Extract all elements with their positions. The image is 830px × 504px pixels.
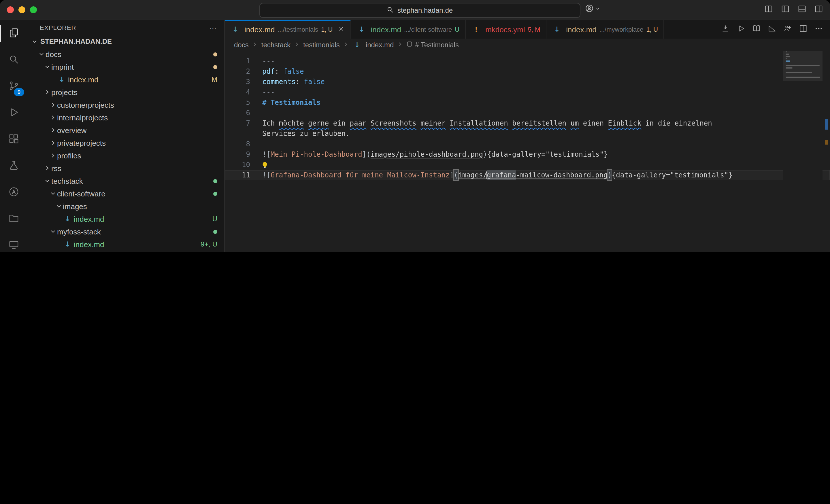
tree-folder-privateprojects[interactable]: privateprojects [28, 136, 224, 149]
toggle-primary-sidebar-icon[interactable] [781, 5, 790, 15]
tree-item-label: overview [57, 126, 87, 134]
line-number: 10 [225, 160, 250, 170]
close-window-button[interactable] [7, 6, 14, 13]
yaml-file-icon: ! [472, 26, 481, 33]
tab-description: .../myworkplace [600, 26, 643, 33]
breadcrumb-item[interactable]: # Testimonials [406, 41, 459, 49]
git-change-dot [213, 192, 217, 196]
code-token: um [571, 118, 579, 129]
markdown-icon: ↓ [358, 25, 364, 33]
code-token: comments [262, 77, 296, 87]
activity-bar-item-run-and-debug[interactable] [0, 100, 28, 126]
explorer-icon [8, 27, 20, 40]
views-more-actions-icon[interactable]: ⋯ [209, 23, 217, 32]
warning-marker [825, 140, 828, 144]
tree-folder-client-software[interactable]: client-software [28, 187, 224, 200]
code-token: Mein Pi-hole-Dashboard [270, 149, 362, 160]
tree-folder-techstack[interactable]: techstack [28, 174, 224, 187]
minimize-window-button[interactable] [19, 6, 25, 13]
editor-tab-index.md[interactable]: ↓index.md.../testimonials1, U [225, 20, 351, 39]
git-status-badge: 9+, U [200, 240, 217, 248]
breadcrumb-item[interactable]: docs [234, 41, 249, 49]
close-tab-icon[interactable] [338, 25, 345, 34]
minimap[interactable] [783, 51, 823, 252]
chevron-down-icon [37, 51, 45, 58]
tree-item-decorations: M [212, 75, 224, 83]
tree-file-index.md[interactable]: ↓index.mdM [28, 73, 224, 86]
tree-folder-myfoss-stack[interactable]: myfoss-stack [28, 225, 224, 238]
code-line[interactable]: 10 [225, 160, 830, 170]
code-line[interactable]: 6 [225, 108, 830, 118]
editor-tab-mkdocs.yml[interactable]: !mkdocs.yml5, M [466, 20, 546, 39]
activity-bar-item-testing[interactable] [0, 153, 28, 179]
tree-folder-docs[interactable]: docs [28, 48, 224, 61]
code-token: images/pihole-dashboard.png [371, 149, 483, 160]
customize-layout-icon[interactable] [764, 5, 773, 15]
code-line[interactable]: 2pdf: false [225, 66, 830, 77]
open-preview-icon[interactable] [752, 24, 761, 35]
line-number: 2 [225, 66, 250, 77]
markdown-icon: ↓ [354, 41, 360, 49]
toggle-secondary-sidebar-icon[interactable] [815, 5, 823, 15]
code-line[interactable]: Services zu erlauben. [225, 129, 830, 139]
breadcrumb-item[interactable]: ↓index.md [352, 41, 394, 49]
split-editor-icon[interactable] [799, 24, 807, 35]
activity-bar-item-extensions[interactable] [0, 126, 28, 153]
editor[interactable]: 1---2pdf: false3comments: false4---5# Te… [225, 51, 830, 252]
export-icon[interactable] [721, 24, 730, 35]
current-code-line[interactable]: 11![Grafana-Dashboard für meine Mailcow-… [225, 170, 830, 180]
tree-folder-internalprojects[interactable]: internalprojects [28, 111, 224, 124]
live-share-icon[interactable] [783, 24, 792, 35]
code-line[interactable]: 7Ich möchte gerne ein paar Screenshots m… [225, 118, 830, 129]
zoom-window-button[interactable] [30, 6, 37, 13]
code-line[interactable]: 1--- [225, 56, 830, 66]
tree-folder-myworkplace[interactable]: myworkplace [28, 250, 224, 252]
tree-folder-projects[interactable]: projects [28, 86, 224, 99]
tree-folder-profiles[interactable]: profiles [28, 149, 224, 162]
breadcrumb-item[interactable]: testimonials [303, 41, 340, 49]
run-preview-icon[interactable] [737, 24, 745, 35]
editor-tab-index.md[interactable]: ↓index.md.../client-softwareU [351, 20, 466, 39]
git-change-dot [213, 65, 217, 69]
activity-bar-item-source-control[interactable]: 9 [0, 73, 28, 100]
line-content: pdf: false [250, 66, 304, 77]
tree-folder-overview[interactable]: overview [28, 124, 224, 136]
code-line[interactable]: 3comments: false [225, 77, 830, 87]
breadcrumb-label: testimonials [303, 41, 340, 49]
activity-bar-item-project-manager[interactable] [0, 206, 28, 232]
editor-tab-index.md[interactable]: ↓index.md.../myworkplace1, U [546, 20, 664, 39]
toggle-panel-icon[interactable] [798, 5, 806, 15]
code-line[interactable]: 4--- [225, 87, 830, 97]
command-center[interactable]: stephan.hadan.de [259, 3, 580, 18]
tree-file-index.md[interactable]: ↓index.md9+, U [28, 238, 224, 250]
breadcrumb: docstechstacktestimonials↓index.md# Test… [225, 39, 830, 51]
tree-folder-rss[interactable]: rss [28, 162, 224, 174]
code-line[interactable]: 8 [225, 139, 830, 149]
breadcrumb-item[interactable]: techstack [261, 41, 290, 49]
code-token: grafana [487, 170, 516, 180]
tree-folder-images[interactable]: images [28, 200, 224, 212]
code-token: false [304, 77, 325, 87]
workspace-root-folder[interactable]: STEPHAN.HADAN.DE [28, 35, 224, 48]
activity-bar-item-remote-explorer[interactable] [0, 232, 28, 252]
activity-bar-item-explorer[interactable] [0, 20, 28, 47]
code-line[interactable]: 5# Testimonials [225, 97, 830, 108]
minimap-slider[interactable] [783, 51, 823, 81]
line-content: # Testimonials [250, 97, 320, 108]
marp-icon[interactable] [768, 24, 776, 35]
lightbulb-icon[interactable] [261, 161, 268, 168]
activity-bar-item-search[interactable] [0, 47, 28, 73]
code-token: {data-gallery="testimonials"} [612, 170, 733, 180]
tree-file-index.md[interactable]: ↓index.mdU [28, 212, 224, 225]
yaml-icon: ! [475, 26, 477, 33]
code-token: : [275, 66, 283, 77]
activity-bar-item-annotator[interactable] [0, 179, 28, 206]
profile-menu[interactable] [585, 4, 601, 13]
line-number: 4 [225, 87, 250, 97]
code-token: paar [350, 118, 366, 129]
tree-item-label: rss [51, 164, 61, 172]
tree-folder-imprint[interactable]: imprint [28, 61, 224, 73]
tree-folder-customerprojects[interactable]: customerprojects [28, 99, 224, 111]
code-line[interactable]: 9![Mein Pi-hole-Dashboard](images/pihole… [225, 149, 830, 160]
more-actions-icon[interactable] [815, 24, 823, 35]
